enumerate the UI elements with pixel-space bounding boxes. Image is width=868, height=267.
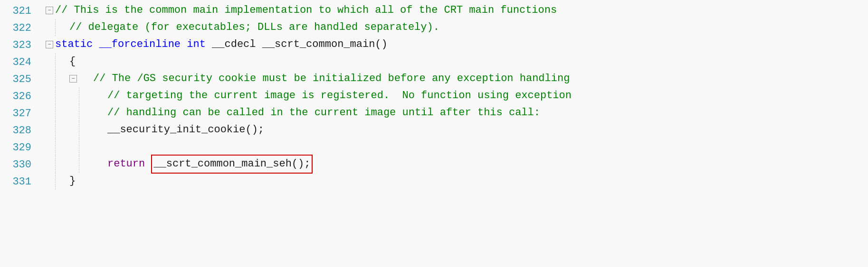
code-text-328: __security_init_cookie(); [107,122,264,138]
code-text-331: } [69,173,76,189]
line-number-331: 331 [0,174,38,191]
code-text-330-highlighted: __scrt_common_main_seh(); [151,155,313,174]
code-text-325: // The /GS security cookie must be initi… [93,71,570,87]
guide-322-1 [55,19,56,36]
code-text-330-return: return [107,156,151,172]
guide-324-1 [55,53,56,70]
code-text-323-main: __scrt_common_main() [262,37,388,53]
code-line-322: // delegate (for executables; DLLs are h… [46,19,868,36]
guide-327-2 [79,104,79,121]
fold-icon-325[interactable]: − [69,75,77,83]
code-line-324: { [46,53,868,70]
guide-331-1 [55,173,56,190]
guide-330-1 [55,156,56,173]
code-line-328: __security_init_cookie(); [46,121,868,138]
line-number-329: 329 [0,139,38,157]
code-line-326: // targeting the current image is regist… [46,87,868,104]
code-text-327: // handling can be called in the current… [107,105,540,121]
line-number-323: 323 [0,37,38,54]
line-number-325: 325 [0,71,38,88]
line-number-327: 327 [0,105,38,122]
code-text-321: // This is the common main implementatio… [55,2,557,18]
code-line-329 [46,138,868,156]
guide-328-1 [55,121,56,138]
line-number-328: 328 [0,122,38,139]
guide-327-1 [55,104,56,121]
code-text-323-int: int [187,37,206,53]
code-line-323: − static __forceinline int __cdecl __scr… [46,36,868,53]
guide-325-1 [55,70,56,87]
guide-326-2 [79,87,79,104]
guide-329-1 [55,138,56,156]
guide-328-2 [79,121,79,138]
line-number-326: 326 [0,88,38,105]
code-text-323-static: static [55,37,99,53]
line-number-324: 324 [0,54,38,71]
code-text-324: { [69,54,76,70]
guide-326-1 [55,87,56,104]
code-text-326: // targeting the current image is regist… [107,88,572,104]
line-number-321: 321 [0,3,38,20]
code-line-325: − // The /GS security cookie must be ini… [46,70,868,87]
code-line-327: // handling can be called in the current… [46,104,868,121]
code-area: − // This is the common main implementat… [43,2,868,265]
code-line-330: return __scrt_common_main_seh(); [46,156,868,173]
fold-icon-321[interactable]: − [46,7,53,14]
code-text-323-forceinline: __forceinline [99,37,187,53]
guide-330-2 [79,156,79,173]
code-line-321: − // This is the common main implementat… [46,2,868,19]
code-editor: 321 322 323 324 325 326 327 328 329 330 … [0,0,868,267]
guide-329-2 [79,138,79,156]
code-text-322: // delegate (for executables; DLLs are h… [69,19,439,36]
fold-icon-323[interactable]: − [46,41,53,48]
line-numbers: 321 322 323 324 325 326 327 328 329 330 … [0,2,43,265]
line-number-322: 322 [0,20,38,37]
line-number-330: 330 [0,157,38,174]
code-line-331: } [46,173,868,190]
code-text-323-cdecl: __cdecl [206,37,262,53]
